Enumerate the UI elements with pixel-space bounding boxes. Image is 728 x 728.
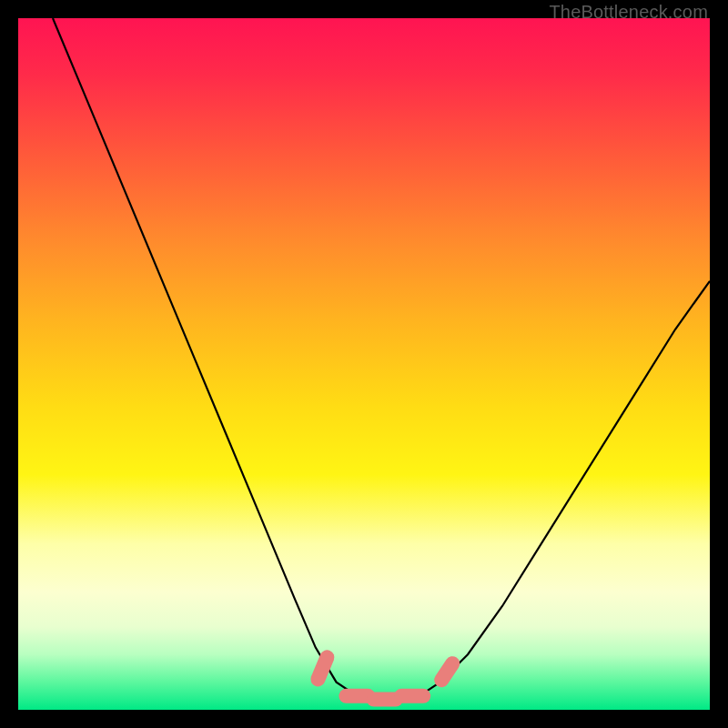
right-low-marker	[441, 663, 452, 680]
watermark-text: TheBottleneck.com	[549, 2, 708, 23]
plot-area	[18, 18, 710, 710]
chart-overlay-svg	[18, 18, 710, 710]
bottleneck-curve-path	[53, 18, 710, 700]
chart-frame: TheBottleneck.com	[0, 0, 728, 728]
marker-group	[318, 657, 452, 699]
left-low-marker	[318, 657, 327, 679]
